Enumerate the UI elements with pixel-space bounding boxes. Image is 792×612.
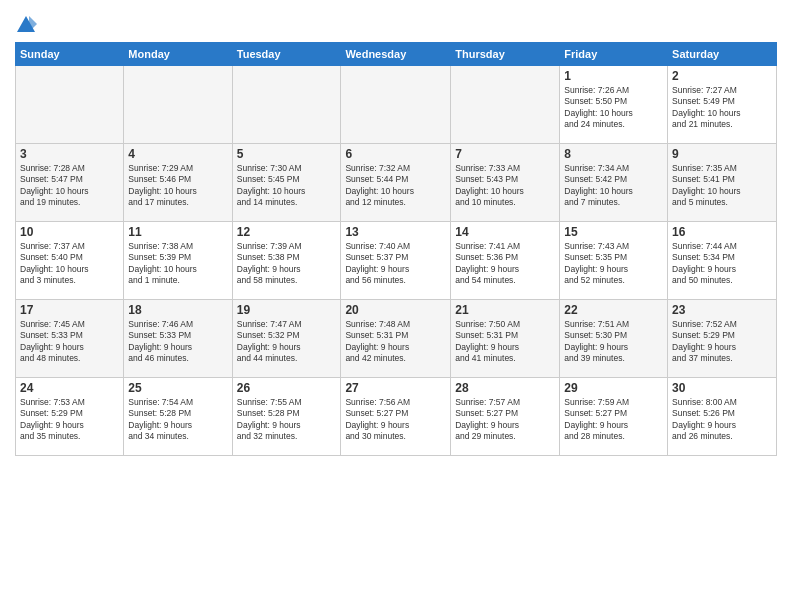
day-number: 5 xyxy=(237,147,337,161)
day-number: 4 xyxy=(128,147,227,161)
calendar-cell: 22Sunrise: 7:51 AM Sunset: 5:30 PM Dayli… xyxy=(560,300,668,378)
day-info: Sunrise: 7:46 AM Sunset: 5:33 PM Dayligh… xyxy=(128,319,227,365)
day-info: Sunrise: 7:45 AM Sunset: 5:33 PM Dayligh… xyxy=(20,319,119,365)
day-info: Sunrise: 7:53 AM Sunset: 5:29 PM Dayligh… xyxy=(20,397,119,443)
calendar-cell: 9Sunrise: 7:35 AM Sunset: 5:41 PM Daylig… xyxy=(668,144,777,222)
calendar-cell: 23Sunrise: 7:52 AM Sunset: 5:29 PM Dayli… xyxy=(668,300,777,378)
weekday-header: Saturday xyxy=(668,43,777,66)
day-number: 30 xyxy=(672,381,772,395)
calendar-cell: 13Sunrise: 7:40 AM Sunset: 5:37 PM Dayli… xyxy=(341,222,451,300)
day-info: Sunrise: 7:37 AM Sunset: 5:40 PM Dayligh… xyxy=(20,241,119,287)
day-number: 16 xyxy=(672,225,772,239)
calendar-cell: 29Sunrise: 7:59 AM Sunset: 5:27 PM Dayli… xyxy=(560,378,668,456)
day-info: Sunrise: 7:33 AM Sunset: 5:43 PM Dayligh… xyxy=(455,163,555,209)
calendar-cell: 14Sunrise: 7:41 AM Sunset: 5:36 PM Dayli… xyxy=(451,222,560,300)
day-info: Sunrise: 7:44 AM Sunset: 5:34 PM Dayligh… xyxy=(672,241,772,287)
day-number: 15 xyxy=(564,225,663,239)
day-info: Sunrise: 7:26 AM Sunset: 5:50 PM Dayligh… xyxy=(564,85,663,131)
calendar-cell: 19Sunrise: 7:47 AM Sunset: 5:32 PM Dayli… xyxy=(232,300,341,378)
calendar-week-row: 3Sunrise: 7:28 AM Sunset: 5:47 PM Daylig… xyxy=(16,144,777,222)
day-info: Sunrise: 7:51 AM Sunset: 5:30 PM Dayligh… xyxy=(564,319,663,365)
day-number: 14 xyxy=(455,225,555,239)
day-number: 2 xyxy=(672,69,772,83)
calendar-cell: 12Sunrise: 7:39 AM Sunset: 5:38 PM Dayli… xyxy=(232,222,341,300)
calendar-table: SundayMondayTuesdayWednesdayThursdayFrid… xyxy=(15,42,777,456)
weekday-header: Sunday xyxy=(16,43,124,66)
weekday-header: Monday xyxy=(124,43,232,66)
calendar-cell: 8Sunrise: 7:34 AM Sunset: 5:42 PM Daylig… xyxy=(560,144,668,222)
day-number: 9 xyxy=(672,147,772,161)
day-info: Sunrise: 7:43 AM Sunset: 5:35 PM Dayligh… xyxy=(564,241,663,287)
calendar-week-row: 24Sunrise: 7:53 AM Sunset: 5:29 PM Dayli… xyxy=(16,378,777,456)
day-number: 22 xyxy=(564,303,663,317)
day-number: 7 xyxy=(455,147,555,161)
calendar-cell: 7Sunrise: 7:33 AM Sunset: 5:43 PM Daylig… xyxy=(451,144,560,222)
calendar-cell xyxy=(16,66,124,144)
day-number: 24 xyxy=(20,381,119,395)
logo-icon xyxy=(15,14,37,36)
day-info: Sunrise: 7:41 AM Sunset: 5:36 PM Dayligh… xyxy=(455,241,555,287)
day-number: 6 xyxy=(345,147,446,161)
calendar-week-row: 1Sunrise: 7:26 AM Sunset: 5:50 PM Daylig… xyxy=(16,66,777,144)
day-info: Sunrise: 7:52 AM Sunset: 5:29 PM Dayligh… xyxy=(672,319,772,365)
calendar-cell: 10Sunrise: 7:37 AM Sunset: 5:40 PM Dayli… xyxy=(16,222,124,300)
calendar-cell: 4Sunrise: 7:29 AM Sunset: 5:46 PM Daylig… xyxy=(124,144,232,222)
day-number: 26 xyxy=(237,381,337,395)
day-number: 17 xyxy=(20,303,119,317)
weekday-header: Friday xyxy=(560,43,668,66)
day-number: 11 xyxy=(128,225,227,239)
day-info: Sunrise: 7:56 AM Sunset: 5:27 PM Dayligh… xyxy=(345,397,446,443)
day-info: Sunrise: 7:40 AM Sunset: 5:37 PM Dayligh… xyxy=(345,241,446,287)
calendar-cell xyxy=(232,66,341,144)
calendar-cell: 18Sunrise: 7:46 AM Sunset: 5:33 PM Dayli… xyxy=(124,300,232,378)
calendar-page: SundayMondayTuesdayWednesdayThursdayFrid… xyxy=(0,0,792,612)
day-number: 20 xyxy=(345,303,446,317)
day-info: Sunrise: 7:54 AM Sunset: 5:28 PM Dayligh… xyxy=(128,397,227,443)
logo xyxy=(15,14,39,36)
day-info: Sunrise: 7:48 AM Sunset: 5:31 PM Dayligh… xyxy=(345,319,446,365)
day-number: 21 xyxy=(455,303,555,317)
calendar-week-row: 17Sunrise: 7:45 AM Sunset: 5:33 PM Dayli… xyxy=(16,300,777,378)
day-info: Sunrise: 7:38 AM Sunset: 5:39 PM Dayligh… xyxy=(128,241,227,287)
day-info: Sunrise: 7:59 AM Sunset: 5:27 PM Dayligh… xyxy=(564,397,663,443)
calendar-cell: 26Sunrise: 7:55 AM Sunset: 5:28 PM Dayli… xyxy=(232,378,341,456)
calendar-cell: 20Sunrise: 7:48 AM Sunset: 5:31 PM Dayli… xyxy=(341,300,451,378)
calendar-cell: 3Sunrise: 7:28 AM Sunset: 5:47 PM Daylig… xyxy=(16,144,124,222)
day-number: 10 xyxy=(20,225,119,239)
day-number: 18 xyxy=(128,303,227,317)
day-info: Sunrise: 7:30 AM Sunset: 5:45 PM Dayligh… xyxy=(237,163,337,209)
calendar-body: 1Sunrise: 7:26 AM Sunset: 5:50 PM Daylig… xyxy=(16,66,777,456)
calendar-cell xyxy=(451,66,560,144)
day-info: Sunrise: 7:27 AM Sunset: 5:49 PM Dayligh… xyxy=(672,85,772,131)
day-number: 29 xyxy=(564,381,663,395)
calendar-cell: 15Sunrise: 7:43 AM Sunset: 5:35 PM Dayli… xyxy=(560,222,668,300)
day-number: 12 xyxy=(237,225,337,239)
calendar-cell xyxy=(124,66,232,144)
day-number: 28 xyxy=(455,381,555,395)
day-info: Sunrise: 7:32 AM Sunset: 5:44 PM Dayligh… xyxy=(345,163,446,209)
day-info: Sunrise: 7:39 AM Sunset: 5:38 PM Dayligh… xyxy=(237,241,337,287)
header xyxy=(15,10,777,36)
day-number: 19 xyxy=(237,303,337,317)
calendar-cell: 27Sunrise: 7:56 AM Sunset: 5:27 PM Dayli… xyxy=(341,378,451,456)
calendar-cell xyxy=(341,66,451,144)
weekday-header: Thursday xyxy=(451,43,560,66)
calendar-cell: 24Sunrise: 7:53 AM Sunset: 5:29 PM Dayli… xyxy=(16,378,124,456)
calendar-cell: 2Sunrise: 7:27 AM Sunset: 5:49 PM Daylig… xyxy=(668,66,777,144)
calendar-cell: 6Sunrise: 7:32 AM Sunset: 5:44 PM Daylig… xyxy=(341,144,451,222)
calendar-cell: 17Sunrise: 7:45 AM Sunset: 5:33 PM Dayli… xyxy=(16,300,124,378)
calendar-cell: 21Sunrise: 7:50 AM Sunset: 5:31 PM Dayli… xyxy=(451,300,560,378)
weekday-header: Tuesday xyxy=(232,43,341,66)
day-info: Sunrise: 7:35 AM Sunset: 5:41 PM Dayligh… xyxy=(672,163,772,209)
day-info: Sunrise: 7:29 AM Sunset: 5:46 PM Dayligh… xyxy=(128,163,227,209)
calendar-cell: 30Sunrise: 8:00 AM Sunset: 5:26 PM Dayli… xyxy=(668,378,777,456)
calendar-cell: 5Sunrise: 7:30 AM Sunset: 5:45 PM Daylig… xyxy=(232,144,341,222)
day-info: Sunrise: 7:55 AM Sunset: 5:28 PM Dayligh… xyxy=(237,397,337,443)
calendar-cell: 11Sunrise: 7:38 AM Sunset: 5:39 PM Dayli… xyxy=(124,222,232,300)
day-number: 3 xyxy=(20,147,119,161)
day-number: 8 xyxy=(564,147,663,161)
day-number: 23 xyxy=(672,303,772,317)
day-number: 1 xyxy=(564,69,663,83)
calendar-cell: 16Sunrise: 7:44 AM Sunset: 5:34 PM Dayli… xyxy=(668,222,777,300)
day-info: Sunrise: 7:47 AM Sunset: 5:32 PM Dayligh… xyxy=(237,319,337,365)
